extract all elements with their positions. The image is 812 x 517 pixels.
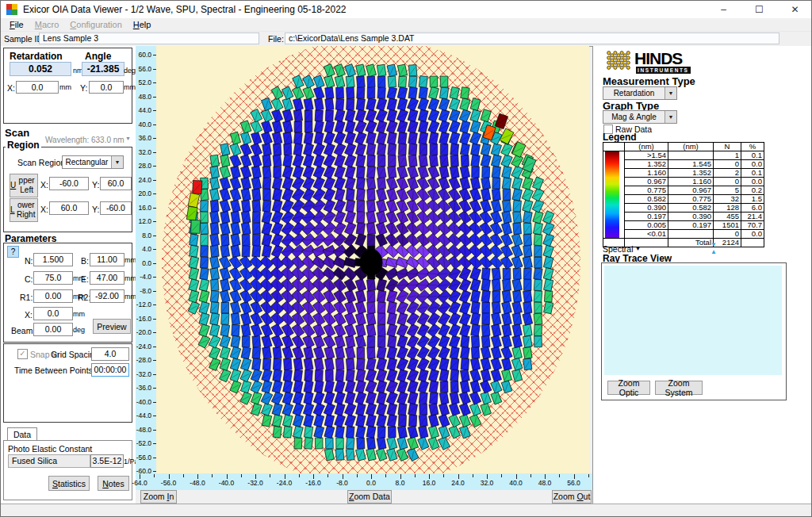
sample-id-field[interactable]: Lens Sample 3	[39, 33, 259, 44]
legend-cell	[668, 230, 714, 239]
legend-cell: >1.54	[625, 151, 668, 160]
y-tick-label: 8.0	[136, 232, 156, 239]
c-field[interactable]: 75.0	[33, 271, 73, 285]
legend-scroll-up-icon[interactable]: ▲	[710, 249, 717, 255]
time-between-points-field[interactable]: 00:00:00	[91, 363, 129, 377]
upper-left-button[interactable]: Upper Left	[10, 174, 38, 197]
y-tick-label: 32.0	[136, 148, 156, 156]
legend-cell: 1.352	[668, 169, 714, 178]
upper-left-y-field[interactable]: 60.0	[100, 177, 132, 190]
x-tick-label: 56.0	[562, 479, 586, 487]
legend-cell: 1501	[714, 221, 741, 230]
ul-y-label: Y:	[92, 180, 99, 190]
n-field[interactable]: 1.500	[33, 253, 73, 266]
r1-label: R1:	[20, 293, 33, 302]
beam-unit: deg	[73, 326, 85, 334]
beam-label: Beam:	[11, 326, 35, 335]
e-unit: mm	[124, 274, 136, 282]
y-tick-label: -12.0	[136, 301, 156, 308]
y-tick-label: 0.0	[136, 259, 156, 267]
cursor-x-label: X:	[7, 83, 15, 93]
preview-button[interactable]: Preview	[93, 319, 131, 334]
help-button[interactable]: ?	[7, 246, 19, 258]
menu-help[interactable]: Help	[128, 18, 157, 31]
cursor-y-unit: mm	[124, 83, 136, 91]
zoom-data-button[interactable]: Zoom Data	[347, 490, 392, 504]
lower-right-x-field[interactable]: 60.0	[49, 201, 89, 215]
scan-region-select[interactable]: Rectangular ▼	[62, 155, 124, 169]
legend-row: 0.5820.775321.5	[603, 195, 764, 204]
region-box: Scan Region: Rectangular ▼ Upper Left X:…	[3, 147, 132, 232]
legend-cell: 5	[714, 186, 741, 195]
cursor-x-field[interactable]: 0.0	[16, 81, 59, 94]
r1-field[interactable]: 0.00	[33, 289, 73, 303]
legend-scroll-down-icon[interactable]: ▼	[710, 242, 717, 248]
x-tick-mark	[559, 474, 560, 477]
b-field[interactable]: 11.00	[90, 253, 124, 266]
ray-trace-panel: Zoom Optic Zoom System	[601, 262, 787, 400]
beam-field[interactable]: 0.00	[33, 323, 73, 336]
x-axis: -64.0-56.0-48.0-40.0-32.0-24.0-16.0-8.00…	[136, 473, 592, 490]
legend-cell: 2	[714, 169, 741, 178]
retardation-map[interactable]	[156, 46, 589, 473]
x-tick-mark	[241, 474, 242, 477]
menu-file[interactable]: File	[4, 18, 29, 31]
legend-row: 0.9671.16000.0	[603, 178, 764, 186]
menu-macro: Macro	[29, 18, 65, 31]
measurement-type-select[interactable]: Retardation ▼	[603, 86, 677, 100]
r2-field[interactable]: -92.00	[90, 289, 124, 303]
lower-right-button[interactable]: Lower Right	[10, 198, 38, 222]
zoom-in-button[interactable]: Zoom In	[140, 490, 177, 504]
upper-left-x-field[interactable]: -60.0	[49, 177, 89, 190]
e-label: E:	[81, 274, 89, 284]
grid-spacing-field[interactable]: 4.0	[91, 347, 129, 361]
y-tick-label: -8.0	[136, 287, 156, 295]
tab-data[interactable]: Data	[7, 427, 37, 441]
y-tick-label: -28.0	[136, 356, 156, 364]
material-select[interactable]: Fused Silica	[8, 454, 90, 468]
minimize-button[interactable]: –	[706, 1, 741, 18]
spectral-dropdown-icon[interactable]: ▼	[635, 246, 641, 251]
snap-to-checkbox[interactable]: ✓	[17, 349, 28, 359]
notes-button[interactable]: Notes	[98, 476, 129, 491]
photo-elastic-constant-label: Photo Elastic Constant	[8, 444, 92, 454]
maximize-button[interactable]: ☐	[741, 1, 777, 18]
legend-cell: 1.160	[625, 169, 668, 178]
x-tick-mark	[588, 474, 589, 477]
file-field[interactable]: c:\ExicorData\Lens Sample 3.DAT	[285, 33, 779, 44]
legend-cell: 2124	[714, 239, 741, 247]
zoom-out-button[interactable]: Zoom Out	[552, 490, 592, 504]
close-button[interactable]: ✕	[777, 1, 812, 18]
wavelength-label: Wavelength: 633.0 nm	[45, 136, 124, 144]
legend-cell: 6.0	[741, 204, 764, 213]
legend-title: Legend	[603, 132, 637, 143]
cursor-y-field[interactable]: 0.0	[89, 81, 124, 94]
ray-trace-view[interactable]	[604, 266, 782, 375]
px-field[interactable]: 0.0	[33, 307, 73, 320]
y-tick-label: -16.0	[136, 315, 156, 323]
zoom-system-button[interactable]: Zoom System	[655, 381, 703, 395]
legend-cell: 0.0	[741, 160, 764, 169]
scan-region-label: Scan Region:	[17, 158, 67, 167]
y-tick-label: 24.0	[136, 176, 156, 184]
e-field[interactable]: 47.00	[90, 271, 124, 285]
graph-type-select[interactable]: Mag & Angle ▼	[603, 110, 677, 124]
statistics-button[interactable]: Statistics	[48, 476, 90, 491]
zoom-optic-button[interactable]: Zoom Optic	[607, 381, 650, 395]
lower-right-y-field[interactable]: -60.0	[100, 201, 132, 215]
x-tick-label: -24.0	[273, 479, 297, 487]
legend-cell: 0.2	[741, 186, 764, 195]
retardation-value: 0.052	[10, 62, 71, 76]
legend-cell: 21.4	[741, 213, 764, 221]
y-tick-label: 28.0	[136, 162, 156, 170]
status-bar	[1, 504, 812, 517]
y-tick-label: 56.0	[136, 65, 156, 73]
y-tick-label: -48.0	[136, 426, 156, 434]
pec-value-field[interactable]: 3.5E-12	[90, 454, 124, 468]
x-tick-mark	[327, 474, 328, 477]
legend-cell: <0.01	[625, 230, 668, 239]
legend-cell: 0.0	[741, 230, 764, 239]
legend-row: >1.5410.1	[603, 151, 764, 160]
app-window: Exicor OIA Data Viewer - 1/2 Wave, SPU, …	[0, 0, 812, 517]
title-bar: Exicor OIA Data Viewer - 1/2 Wave, SPU, …	[1, 1, 812, 19]
